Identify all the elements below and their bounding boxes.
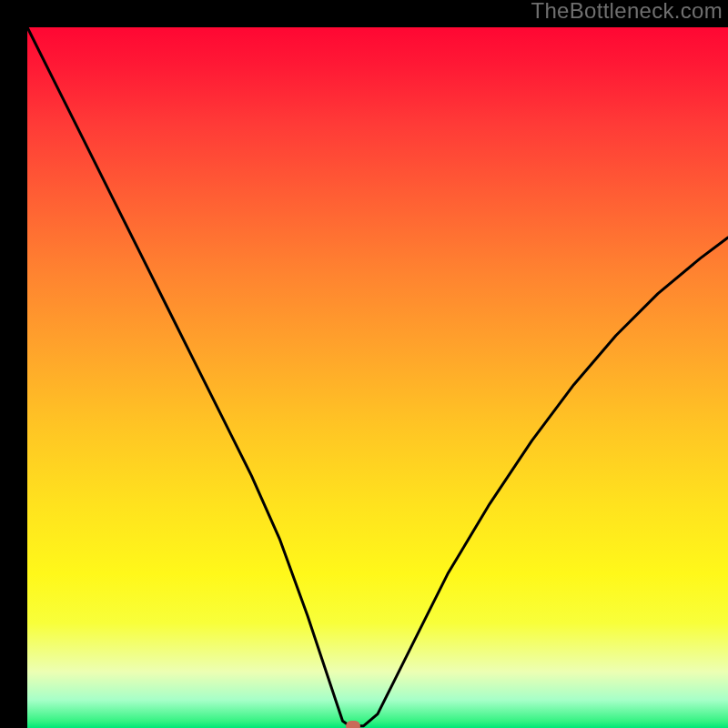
- bottleneck-curve: [27, 27, 728, 728]
- plot-area: [27, 27, 728, 728]
- minimum-marker: [346, 721, 360, 728]
- chart-frame: [14, 14, 714, 714]
- watermark-text: TheBottleneck.com: [531, 0, 723, 24]
